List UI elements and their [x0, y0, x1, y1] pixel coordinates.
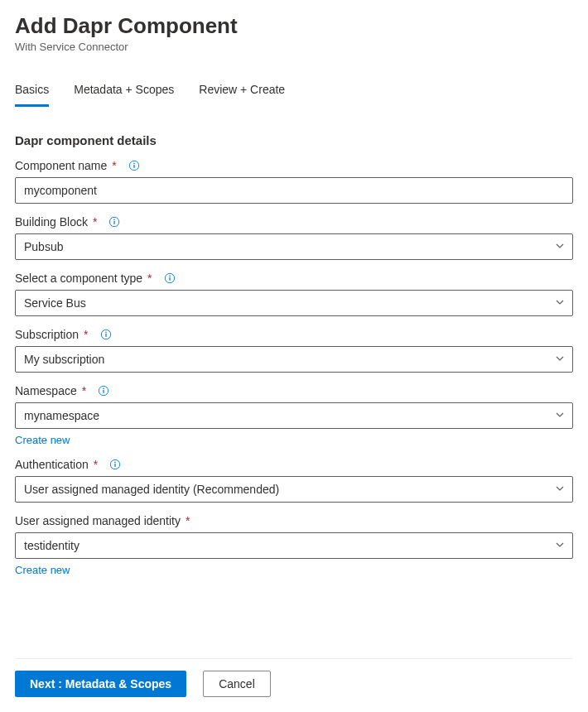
label-building-block: Building Block	[15, 215, 88, 229]
create-new-uami-link[interactable]: Create new	[15, 564, 70, 576]
label-uami: User assigned managed identity	[15, 514, 181, 527]
svg-point-7	[169, 276, 171, 277]
next-button[interactable]: Next : Metadata & Scopes	[15, 671, 186, 697]
required-marker: *	[82, 384, 86, 397]
required-marker: *	[94, 458, 98, 471]
section-title: Dapr component details	[15, 133, 573, 147]
field-component-type: Select a component type *	[15, 272, 573, 316]
authentication-select[interactable]	[15, 476, 573, 503]
required-marker: *	[112, 159, 116, 172]
field-component-name: Component name *	[15, 159, 573, 204]
field-authentication: Authentication *	[15, 458, 573, 503]
svg-rect-8	[169, 277, 170, 281]
svg-rect-11	[105, 334, 106, 337]
label-component-name: Component name	[15, 159, 107, 172]
component-name-input[interactable]	[15, 177, 573, 204]
info-icon[interactable]	[98, 385, 109, 397]
tab-bar: Basics Metadata + Scopes Review + Create	[15, 78, 573, 107]
info-icon[interactable]	[109, 459, 121, 470]
required-marker: *	[147, 272, 152, 285]
info-icon[interactable]	[100, 329, 112, 340]
svg-rect-5	[114, 221, 115, 224]
info-icon[interactable]	[128, 160, 140, 171]
panel-title: Add Dapr Component	[15, 13, 238, 39]
subscription-select[interactable]	[15, 346, 573, 373]
svg-point-4	[114, 219, 116, 221]
required-marker: *	[186, 514, 190, 527]
field-namespace: Namespace * Create new	[15, 384, 573, 446]
add-dapr-component-panel: Add Dapr Component With Service Connecto…	[0, 0, 588, 712]
tab-basics[interactable]: Basics	[15, 78, 49, 107]
svg-point-13	[103, 388, 104, 390]
component-type-select[interactable]	[15, 290, 573, 316]
close-icon[interactable]	[566, 13, 573, 35]
label-subscription: Subscription	[15, 328, 79, 341]
field-subscription: Subscription *	[15, 328, 573, 373]
required-marker: *	[84, 328, 88, 341]
tab-review-create[interactable]: Review + Create	[199, 78, 285, 107]
info-icon[interactable]	[164, 272, 176, 284]
create-new-namespace-link[interactable]: Create new	[15, 434, 70, 446]
namespace-select[interactable]	[15, 402, 573, 429]
label-component-type: Select a component type	[15, 272, 142, 285]
tab-metadata-scopes[interactable]: Metadata + Scopes	[74, 78, 174, 107]
label-namespace: Namespace	[15, 384, 77, 397]
footer: Next : Metadata & Scopes Cancel	[15, 658, 573, 712]
required-marker: *	[93, 215, 97, 229]
panel-subtitle: With Service Connector	[15, 41, 238, 53]
cancel-button[interactable]: Cancel	[203, 671, 271, 697]
svg-point-16	[114, 462, 116, 464]
label-authentication: Authentication	[15, 458, 89, 471]
uami-select[interactable]	[15, 532, 573, 559]
svg-rect-2	[133, 165, 134, 168]
building-block-select[interactable]	[15, 233, 573, 260]
info-icon[interactable]	[108, 216, 120, 228]
svg-point-10	[105, 332, 107, 334]
svg-rect-14	[104, 390, 104, 393]
field-uami: User assigned managed identity * Create …	[15, 514, 573, 576]
svg-rect-17	[115, 464, 116, 467]
svg-point-1	[133, 163, 135, 165]
field-building-block: Building Block *	[15, 215, 573, 260]
